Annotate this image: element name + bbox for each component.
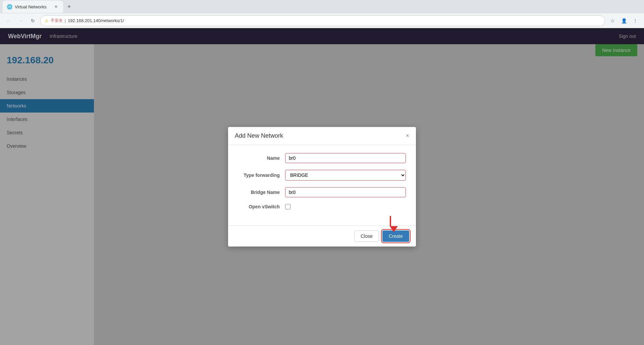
active-tab[interactable]: 🌐 Virtual Networks ✕ — [3, 1, 63, 13]
bookmark-button[interactable]: ☆ — [608, 16, 617, 25]
modal-body: Name Type forwarding BRIDGE NAT ROUTE IS… — [228, 145, 416, 225]
type-forwarding-label: Type forwarding — [238, 172, 285, 178]
modal-title: Add New Network — [235, 132, 283, 139]
browser-controls: ← → ↻ ⚠ 不安全 | 192.168.201.140/networks/1… — [0, 13, 644, 28]
back-button[interactable]: ← — [4, 16, 13, 25]
modal-close-button[interactable]: × — [406, 133, 409, 139]
bridge-name-field-group: Bridge Name — [238, 187, 406, 197]
open-vswitch-field-group: Open vSwitch — [238, 204, 406, 209]
tab-favicon: 🌐 — [7, 4, 12, 9]
modal-header: Add New Network × — [228, 127, 416, 145]
security-warning-icon: ⚠ — [45, 18, 49, 23]
create-button[interactable]: Create — [382, 230, 409, 242]
name-input[interactable] — [285, 153, 406, 163]
browser-chrome: 🌐 Virtual Networks ✕ + ← → ↻ ⚠ 不安全 | 192… — [0, 0, 644, 28]
new-tab-button[interactable]: + — [64, 2, 74, 11]
open-vswitch-checkbox[interactable] — [285, 204, 290, 209]
type-forwarding-field-group: Type forwarding BRIDGE NAT ROUTE ISOLATE… — [238, 170, 406, 181]
address-separator: | — [65, 18, 66, 23]
menu-button[interactable]: ⋮ — [631, 16, 640, 25]
tab-bar: 🌐 Virtual Networks ✕ + — [0, 0, 644, 13]
type-forwarding-select[interactable]: BRIDGE NAT ROUTE ISOLATED OPEN — [285, 170, 406, 181]
open-vswitch-label: Open vSwitch — [238, 204, 285, 209]
modal-overlay: Add New Network × Name Type forwarding B… — [0, 28, 644, 345]
insecure-label: 不安全 — [51, 18, 63, 23]
profile-button[interactable]: 👤 — [619, 16, 629, 25]
tab-close-button[interactable]: ✕ — [53, 4, 59, 10]
name-label: Name — [238, 155, 285, 161]
modal-footer: Close Create — [228, 225, 416, 247]
close-button[interactable]: Close — [354, 230, 379, 242]
forward-button[interactable]: → — [16, 16, 25, 25]
browser-actions: ☆ 👤 ⋮ — [608, 16, 640, 25]
add-network-modal: Add New Network × Name Type forwarding B… — [228, 127, 416, 247]
reload-button[interactable]: ↻ — [28, 16, 38, 25]
address-bar[interactable]: ⚠ 不安全 | 192.168.201.140/networks/1/ — [40, 15, 605, 26]
tab-title: Virtual Networks — [15, 4, 50, 9]
bridge-name-label: Bridge Name — [238, 190, 285, 195]
bridge-name-input[interactable] — [285, 187, 406, 197]
url-text: 192.168.201.140/networks/1/ — [68, 18, 601, 23]
name-field-group: Name — [238, 153, 406, 163]
